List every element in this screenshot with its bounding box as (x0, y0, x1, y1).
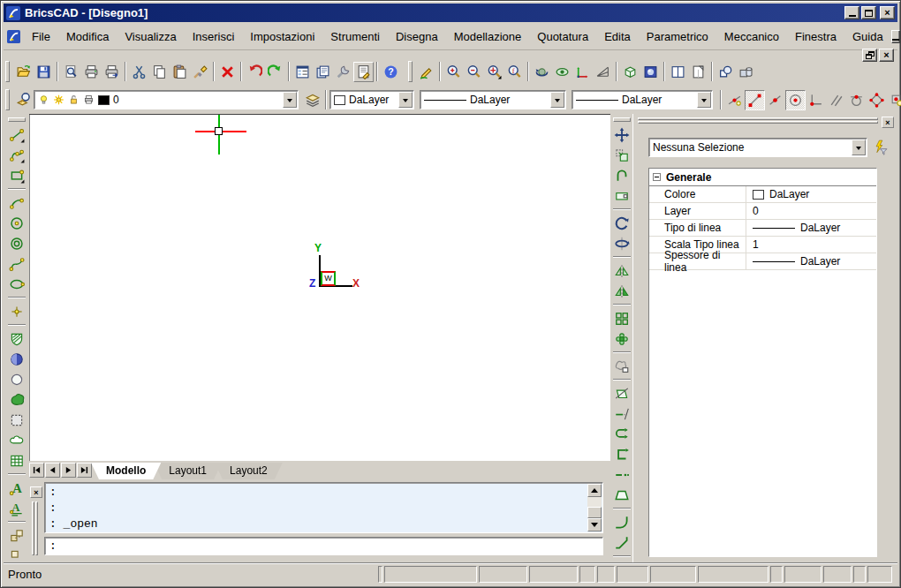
menu-item-guida[interactable]: Guida (844, 27, 891, 46)
fillet-tool-button[interactable] (611, 512, 632, 532)
chamfer-tool-button[interactable] (611, 532, 632, 553)
notes-button[interactable] (353, 62, 374, 82)
paste-button[interactable] (170, 62, 190, 82)
donut-tool-button[interactable] (6, 233, 26, 253)
delete-button[interactable] (217, 62, 238, 82)
first-tab-button[interactable] (29, 463, 44, 478)
close-button[interactable]: × (880, 6, 895, 19)
rotate-3d-tool-button[interactable] (611, 233, 632, 253)
document-minimize-button[interactable] (891, 30, 900, 43)
ucs-axes-button[interactable] (572, 62, 593, 82)
ellipse-tool-button[interactable] (6, 274, 26, 294)
edit-polyline-tool-button[interactable] (611, 165, 632, 185)
document-restore-button[interactable] (862, 49, 877, 62)
linetype-select[interactable]: DaLayer (420, 90, 566, 109)
box-3d-button[interactable] (620, 62, 640, 82)
menu-item-quotatura[interactable]: Quotatura (529, 27, 596, 46)
scroll-up-button[interactable] (587, 484, 602, 497)
property-value-colore[interactable]: DaLayer (746, 186, 876, 202)
color-select[interactable]: DaLayer (329, 90, 414, 109)
snap-insertion-button[interactable] (887, 90, 901, 110)
lineweight-dropdown-arrow[interactable] (697, 92, 711, 108)
menu-item-modellazione[interactable]: Modellazione (446, 27, 530, 46)
redline-button[interactable] (416, 62, 436, 82)
toolbar-grip[interactable] (408, 61, 413, 82)
snap-midpoint-button[interactable] (765, 90, 785, 110)
layers-button[interactable] (302, 90, 322, 110)
menu-item-impostazioni[interactable]: Impostazioni (242, 27, 322, 46)
quick-select-button[interactable] (869, 137, 890, 158)
scrollbar-thumb[interactable] (587, 507, 602, 518)
tab-layout1[interactable]: Layout1 (154, 463, 222, 479)
new-viewport-button[interactable] (688, 62, 708, 82)
color-dropdown-arrow[interactable] (398, 92, 413, 108)
offset-tool-button[interactable] (611, 356, 632, 376)
snap-quadrant-button[interactable] (867, 90, 887, 110)
snap-perpendicular-button[interactable] (806, 90, 826, 110)
hatch-tool-button[interactable] (6, 328, 26, 349)
close-polyline-tool-button[interactable] (611, 444, 632, 464)
menu-item-parametrico[interactable]: Parametrico (639, 27, 716, 46)
perspective-button[interactable] (593, 62, 613, 82)
command-scrollbar[interactable] (587, 484, 602, 531)
mirror-tool-button[interactable] (611, 260, 632, 281)
menu-item-finestra[interactable]: Finestra (787, 27, 844, 46)
scroll-down-button[interactable] (587, 518, 602, 531)
layer-select[interactable]: 0 (34, 90, 299, 109)
trim-tool-button[interactable] (611, 383, 632, 403)
lineweight-select[interactable]: DaLayer (572, 90, 713, 109)
command-input[interactable]: : (44, 537, 603, 555)
tab-modello[interactable]: Modello (91, 463, 161, 479)
document-close-button[interactable]: × (879, 49, 894, 62)
selection-dropdown[interactable]: Nessuna Selezione (648, 138, 867, 157)
break-tool-button[interactable] (611, 464, 632, 485)
menu-item-modifica[interactable]: Modifica (58, 27, 117, 46)
menu-item-strumenti[interactable]: Strumenti (322, 27, 388, 46)
circle-tool-button[interactable] (6, 213, 26, 233)
help-button[interactable]: ? (381, 62, 401, 82)
zoom-out-button[interactable] (464, 62, 484, 82)
properties-panel-grip[interactable] (638, 117, 878, 124)
property-value-scala-tipo-linea[interactable]: 1 (746, 237, 876, 253)
move-tool-button[interactable] (611, 124, 632, 145)
model-canvas[interactable]: Y W X Z (29, 114, 610, 461)
properties-close-button[interactable]: × (882, 117, 894, 128)
menu-item-file[interactable]: File (24, 27, 58, 46)
property-value-layer[interactable]: 0 (746, 203, 876, 219)
minimize-button[interactable] (844, 6, 859, 19)
boundary-tool-button[interactable] (6, 369, 26, 389)
property-value-tipo-di-linea[interactable]: DaLayer (746, 220, 876, 236)
toolbar-grip[interactable] (8, 117, 26, 122)
property-value-spessore-di-linea[interactable]: DaLayer (746, 253, 876, 269)
next-tab-button[interactable] (61, 463, 76, 478)
last-tab-button[interactable] (77, 463, 92, 478)
collapse-section-button[interactable] (653, 173, 661, 181)
match-properties-button[interactable] (190, 62, 210, 82)
menu-item-inserisci[interactable]: Inserisci (185, 27, 243, 46)
draw-2d-shapes-button[interactable] (716, 62, 736, 82)
look-from-button[interactable] (552, 62, 572, 82)
menu-item-edita[interactable]: Edita (596, 27, 639, 46)
layer-dropdown-arrow[interactable] (283, 92, 297, 108)
menu-item-disegna[interactable]: Disegna (388, 27, 446, 46)
toolbar-grip[interactable] (613, 117, 631, 122)
copy-entity-tool-button[interactable] (611, 145, 632, 165)
solid-3d-tool-button[interactable] (6, 389, 26, 410)
point-tool-button[interactable] (6, 301, 26, 321)
snap-tangent-button[interactable] (846, 90, 867, 110)
menu-item-visualizza[interactable]: Visualizza (117, 27, 184, 46)
linetype-dropdown-arrow[interactable] (550, 92, 564, 108)
save-button[interactable] (34, 62, 54, 82)
explode-tool-button[interactable] (611, 485, 632, 505)
render-button[interactable] (640, 62, 661, 82)
redo-button[interactable] (265, 62, 285, 82)
properties-dialog-button[interactable] (292, 62, 313, 82)
print-preview-button[interactable] (61, 62, 81, 82)
command-history[interactable]: : : : _open (44, 482, 603, 533)
zoom-extents-button[interactable] (484, 62, 504, 82)
mirror-3d-tool-button[interactable] (611, 281, 632, 301)
customize-button[interactable] (333, 62, 353, 82)
layer-explorer-button[interactable] (13, 90, 34, 110)
zoom-in-button[interactable] (443, 62, 464, 82)
snap-endpoint-button[interactable] (745, 90, 765, 110)
